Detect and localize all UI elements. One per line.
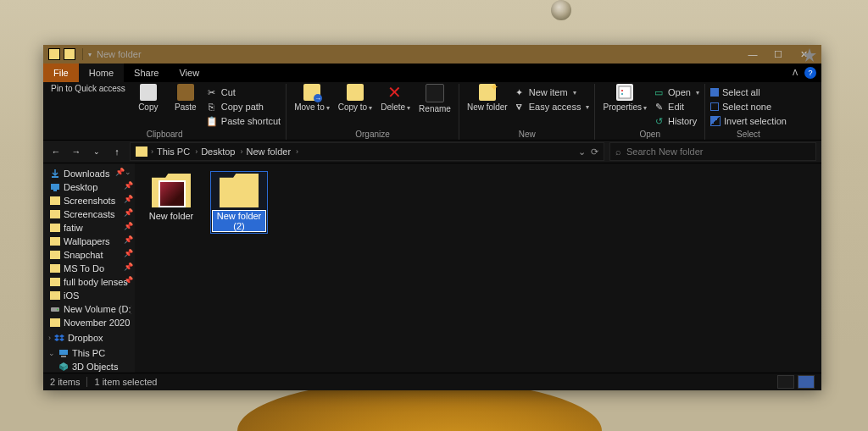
new-folder-button[interactable]: ✦ New folder <box>465 84 510 112</box>
status-selection-count: 1 item selected <box>94 377 157 387</box>
delete-icon: ✕ <box>387 84 404 101</box>
copy-button[interactable]: Copy <box>131 84 165 112</box>
file-name-label[interactable]: New folder (2) <box>213 211 265 231</box>
tab-file[interactable]: File <box>43 64 79 82</box>
window-title: New folder <box>97 49 142 59</box>
ribbon: Pin to Quick access Copy Paste ✂Cut ⎘Cop… <box>43 82 821 141</box>
breadcrumb-bar[interactable]: › This PC› Desktop› New folder› ⌄ ⟳ <box>130 142 604 161</box>
sidebar-item-3d-objects[interactable]: 3D Objects <box>43 360 135 373</box>
svg-marker-10 <box>59 334 64 338</box>
open-button[interactable]: ▭Open▾ <box>653 86 699 99</box>
desktop-icon <box>50 182 60 192</box>
svg-marker-11 <box>54 338 59 341</box>
pin-icon <box>801 47 818 64</box>
breadcrumb-folder-icon <box>136 146 147 157</box>
address-refresh-icon[interactable]: ⟳ <box>591 146 598 157</box>
details-view-button[interactable] <box>777 375 794 389</box>
copy-path-icon: ⎘ <box>206 101 218 113</box>
sidebar-item-fatiw[interactable]: fatiw📌 <box>43 221 135 235</box>
folder-icon <box>50 290 60 301</box>
svg-rect-14 <box>61 356 66 357</box>
sidebar-item-desktop[interactable]: Desktop📌 <box>43 180 135 194</box>
properties-button[interactable]: Properties▾ <box>600 84 649 113</box>
sidebar-item-snapchat[interactable]: Snapchat📌 <box>43 248 135 262</box>
pc-icon <box>58 348 69 358</box>
tab-home[interactable]: Home <box>79 64 124 82</box>
select-none-button[interactable]: Select none <box>710 100 787 113</box>
svg-point-2 <box>621 90 623 91</box>
paste-button[interactable]: Paste <box>169 84 203 112</box>
title-bar[interactable]: ▾ New folder ― ☐ ✕ <box>43 45 821 64</box>
sidebar-item-screenshots[interactable]: Screenshots📌 <box>43 194 135 207</box>
tab-share[interactable]: Share <box>124 64 169 82</box>
search-icon: ⌕ <box>615 146 621 157</box>
invert-selection-icon <box>710 116 721 126</box>
select-all-button[interactable]: Select all <box>710 86 787 99</box>
sidebar-item-ms-to-do[interactable]: MS To Do📌 <box>43 262 135 275</box>
history-icon: ↺ <box>653 115 665 127</box>
sidebar-item-november-2020[interactable]: November 2020 <box>43 316 135 329</box>
titlebar-separator <box>82 48 83 60</box>
delete-button[interactable]: ✕ Delete▾ <box>378 84 413 113</box>
folder-icon <box>50 318 60 328</box>
breadcrumb-new-folder[interactable]: New folder› <box>246 146 300 157</box>
nav-back-button[interactable]: ← <box>48 144 64 159</box>
status-item-count: 2 items <box>50 377 80 387</box>
paste-shortcut-icon: 📋 <box>206 115 218 127</box>
nav-forward-button[interactable]: → <box>69 144 84 159</box>
pin-quick-access-button[interactable]: Pin to Quick access <box>48 84 128 93</box>
ribbon-group-clipboard: Pin to Quick access Copy Paste ✂Cut ⎘Cop… <box>43 84 287 140</box>
ribbon-tabs: File Home Share View ᐱ ? <box>43 64 821 82</box>
history-button[interactable]: ↺History <box>653 114 699 128</box>
dropbox-icon <box>54 333 64 343</box>
breadcrumb-this-pc[interactable]: This PC› <box>157 146 199 157</box>
cube-icon <box>58 362 69 372</box>
new-item-icon: ✦ <box>514 86 526 98</box>
ribbon-group-select: Select all Select none Invert selection … <box>705 84 792 140</box>
easy-access-button[interactable]: ⛛Easy access▾ <box>514 100 590 113</box>
titlebar-overflow-icon[interactable]: ▾ <box>88 51 92 58</box>
file-item-new-folder-2-[interactable]: New folder (2) <box>211 172 267 233</box>
folder-icon <box>50 236 60 246</box>
sidebar-item-full-body-lenses[interactable]: full body lenses📌 <box>43 275 135 289</box>
content-area[interactable]: New folderNew folder (2) <box>135 163 821 373</box>
search-box[interactable]: ⌕ Search New folder <box>609 142 816 161</box>
nav-up-button[interactable]: ↑ <box>109 144 125 159</box>
sidebar-item-new-volume-d-[interactable]: New Volume (D:) <box>43 302 135 316</box>
svg-rect-1 <box>619 86 631 98</box>
paste-shortcut-button[interactable]: 📋Paste shortcut <box>206 114 281 128</box>
sidebar-item-wallpapers[interactable]: Wallpapers📌 <box>43 235 135 248</box>
invert-selection-button[interactable]: Invert selection <box>710 114 787 128</box>
folder-icon <box>50 277 60 287</box>
explorer-window: ▾ New folder ― ☐ ✕ File Home Share View … <box>43 45 821 390</box>
ribbon-group-new: ✦ New folder ✦New item▾ ⛛Easy access▾ Ne… <box>459 84 596 140</box>
sidebar-section-thispc[interactable]: ⌄This PC <box>43 345 135 360</box>
svg-marker-12 <box>59 338 64 341</box>
address-dropdown-icon[interactable]: ⌄ <box>578 146 586 157</box>
move-to-button[interactable]: → Move to▾ <box>292 84 332 113</box>
ribbon-collapse-icon[interactable]: ᐱ <box>793 69 798 77</box>
sidebar-item-screencasts[interactable]: Screencasts📌 <box>43 207 135 221</box>
copy-path-button[interactable]: ⎘Copy path <box>206 100 281 113</box>
ribbon-group-open: Properties▾ ▭Open▾ ✎Edit ↺History Open <box>595 84 705 140</box>
sidebar-section-dropbox[interactable]: ›Dropbox <box>43 329 135 345</box>
navigation-pane[interactable]: Downloads📌⌄Desktop📌Screenshots📌Screencas… <box>43 163 135 373</box>
sidebar-item-ios[interactable]: iOS <box>43 289 135 302</box>
rename-button[interactable]: Rename <box>416 84 453 113</box>
sidebar-item-downloads[interactable]: Downloads📌⌄ <box>43 167 135 180</box>
folder-icon <box>50 223 60 233</box>
cut-button[interactable]: ✂Cut <box>206 86 281 99</box>
tab-view[interactable]: View <box>169 64 209 82</box>
new-folder-icon: ✦ <box>479 84 496 101</box>
copy-to-button[interactable]: Copy to▾ <box>336 84 375 113</box>
svg-point-3 <box>621 93 623 95</box>
maximize-button[interactable]: ☐ <box>765 45 791 64</box>
help-button[interactable]: ? <box>804 67 816 79</box>
icons-view-button[interactable] <box>798 375 815 389</box>
file-item-new-folder[interactable]: New folder <box>145 174 198 221</box>
breadcrumb-desktop[interactable]: Desktop› <box>201 146 244 157</box>
minimize-button[interactable]: ― <box>740 45 765 64</box>
edit-button[interactable]: ✎Edit <box>653 100 699 113</box>
new-item-button[interactable]: ✦New item▾ <box>514 86 590 99</box>
nav-recent-dropdown[interactable]: ⌄ <box>89 144 104 159</box>
